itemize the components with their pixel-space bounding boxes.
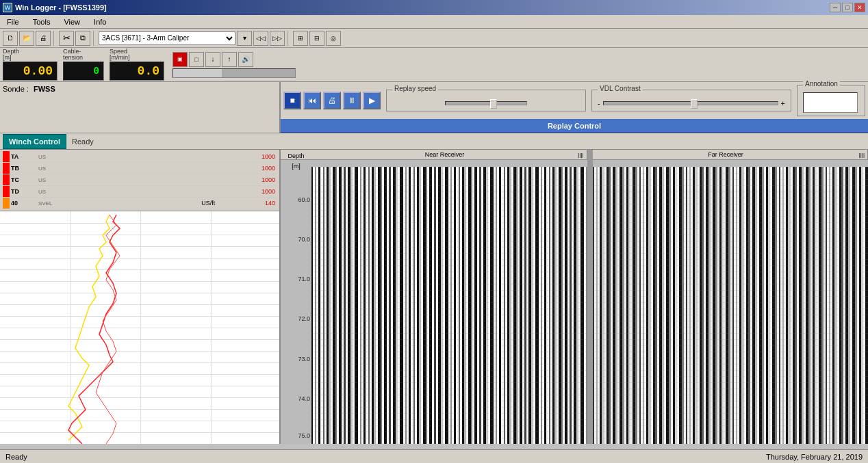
annotation-input[interactable]: [803, 92, 858, 113]
track-sub-td: US: [38, 189, 261, 195]
track-name-ta: TA: [11, 153, 38, 160]
toolbar-separator-2: [93, 31, 96, 46]
menu-info[interactable]: Info: [90, 17, 110, 27]
depth-tick-60: 60.0: [298, 196, 310, 203]
cable-tension-display: 0: [63, 62, 104, 81]
track-sub-tb: US: [38, 166, 261, 172]
track-sub-ta: US: [38, 154, 261, 160]
menu-bar: File Tools View Info: [0, 15, 868, 29]
left-controls: Sonde : FWSS: [0, 82, 281, 133]
toolbar-btn-a[interactable]: ◁◁: [253, 31, 268, 46]
menu-view[interactable]: View: [60, 17, 84, 27]
depth-col-header: Depth[m]: [281, 150, 311, 160]
maximize-button[interactable]: □: [842, 3, 853, 12]
annotation-panel: Annotation: [797, 85, 865, 116]
minimize-button[interactable]: ─: [830, 3, 841, 12]
dropdown-arrow[interactable]: ▾: [237, 31, 252, 46]
track-unit-td: 1000: [261, 188, 277, 195]
toolbar-separator-1: [53, 31, 56, 46]
depth-tick-71: 71.0: [298, 276, 310, 282]
track-color-td: [3, 186, 10, 197]
replay-banner-text: Replay Control: [548, 122, 601, 130]
cable-tension-group: Cable-tension 0: [63, 49, 104, 81]
cable-tension-label: Cable-tension: [63, 49, 83, 61]
transport-controls: ■ ⏮ 🖨 ⏸ ▶: [283, 92, 381, 109]
sonde-label: Sonde :: [3, 85, 29, 93]
track-header-tc: TC US 1000: [3, 174, 277, 186]
depth-tick-70: 70.0: [298, 236, 310, 243]
vdl-contrast-thumb[interactable]: [691, 99, 698, 109]
menu-file[interactable]: File: [3, 17, 23, 27]
vdl-contrast-max: +: [781, 99, 785, 107]
vdl-contrast-label: VDL Contrast: [598, 85, 643, 92]
open-button[interactable]: 📂: [19, 31, 34, 46]
track-unit-svel: 140: [265, 200, 277, 207]
track-sub2-svel: US/ft: [151, 200, 264, 207]
track-color-svel: [3, 198, 10, 209]
top-controls: Sonde : FWSS ■ ⏮ 🖨 ⏸ ▶ Replay speed: [0, 82, 868, 133]
track-name-td: TD: [11, 188, 38, 195]
speed-display: 0.0: [110, 62, 164, 81]
mode-btn-1[interactable]: ▣: [173, 52, 188, 67]
print-transport-button[interactable]: 🖨: [323, 92, 341, 109]
play-button[interactable]: ▶: [363, 92, 381, 109]
mode-btn-4[interactable]: ↑: [222, 52, 237, 67]
replay-speed-slider-container: [392, 93, 580, 108]
right-controls-top: ■ ⏮ 🖨 ⏸ ▶ Replay speed VDL Contrast: [281, 82, 868, 119]
vdl-panel: Depth[m] 60.0 70.0 71.0 72.0 73.0 74.0 7…: [281, 150, 868, 444]
track-name-tc: TC: [11, 176, 38, 183]
new-button[interactable]: 🗋: [3, 31, 18, 46]
vdl-contrast-track[interactable]: [603, 101, 778, 105]
title-controls[interactable]: ─ □ ✕: [830, 3, 865, 12]
pause-button[interactable]: ⏸: [343, 92, 361, 109]
title-bar-left: W Win Logger - [FWSS1399]: [3, 3, 107, 12]
near-receiver-header: Near Receiver ||||: [311, 150, 587, 160]
depth-display: 0.00: [3, 62, 58, 81]
ta-curve: [68, 215, 120, 444]
menu-tools[interactable]: Tools: [29, 17, 55, 27]
sonde-dropdown[interactable]: 3ACS [3671] - 3-Arm Caliper: [99, 31, 235, 45]
depth-column: Depth[m] 60.0 70.0 71.0 72.0 73.0 74.0 7…: [281, 150, 311, 444]
annotation-label: Annotation: [803, 80, 840, 88]
near-receiver-waveform: [311, 167, 587, 444]
toolbar: 🗋 📂 🖨 ✂ ⧉ 3ACS [3671] - 3-Arm Caliper ▾ …: [0, 29, 868, 48]
replay-speed-thumb[interactable]: [490, 99, 497, 109]
toolbar-btn-e[interactable]: ◎: [326, 31, 341, 46]
print-button[interactable]: 🖨: [36, 31, 51, 46]
track-unit-tc: 1000: [261, 176, 277, 183]
winch-control-button[interactable]: Winch Control: [3, 134, 66, 149]
copy-button[interactable]: ⧉: [75, 31, 90, 46]
window-title: Win Logger - [FWSS1399]: [15, 3, 107, 12]
depth-tick-75: 75.0: [298, 432, 310, 439]
mode-btn-3[interactable]: ↓: [205, 52, 220, 67]
title-bar: W Win Logger - [FWSS1399] ─ □ ✕: [0, 0, 868, 15]
stop-button[interactable]: ■: [283, 92, 301, 109]
status-ready: Ready: [5, 453, 27, 461]
track-color-tc: [3, 174, 10, 185]
replay-speed-label: Replay speed: [392, 85, 438, 92]
log-waveform-svg: [0, 211, 281, 444]
vdl-contrast-min: -: [598, 99, 600, 107]
main-content: TA US 1000 TB US 1000 TC US 1000 TD US 1…: [0, 150, 868, 444]
track-header-td: TD US 1000: [3, 186, 277, 198]
speed-label: Speed[m/min]: [110, 49, 130, 61]
track-name-svel: 40: [11, 200, 38, 207]
depth-tick-74: 74.0: [298, 395, 310, 402]
track-sub-tc: US: [38, 177, 261, 183]
mode-btn-2[interactable]: □: [189, 52, 204, 67]
replay-speed-track[interactable]: [445, 101, 527, 105]
winch-status-text: Ready: [66, 136, 99, 147]
mode-btn-5[interactable]: 🔊: [238, 52, 253, 67]
replay-speed-panel: Replay speed: [386, 90, 586, 111]
toolbar-btn-b[interactable]: ▷▷: [270, 31, 285, 46]
toolbar-btn-d[interactable]: ⊟: [309, 31, 324, 46]
track-header-tb: TB US 1000: [3, 163, 277, 174]
close-button[interactable]: ✕: [854, 3, 865, 12]
svel-curve: [68, 215, 110, 440]
log-header: TA US 1000 TB US 1000 TC US 1000 TD US 1…: [0, 150, 279, 211]
status-date: Thursday, February 21, 2019: [766, 453, 863, 461]
cut-button[interactable]: ✂: [59, 31, 74, 46]
rewind-button[interactable]: ⏮: [303, 92, 321, 109]
depth-tick-72: 72.0: [298, 315, 310, 322]
toolbar-btn-c[interactable]: ⊞: [293, 31, 308, 46]
